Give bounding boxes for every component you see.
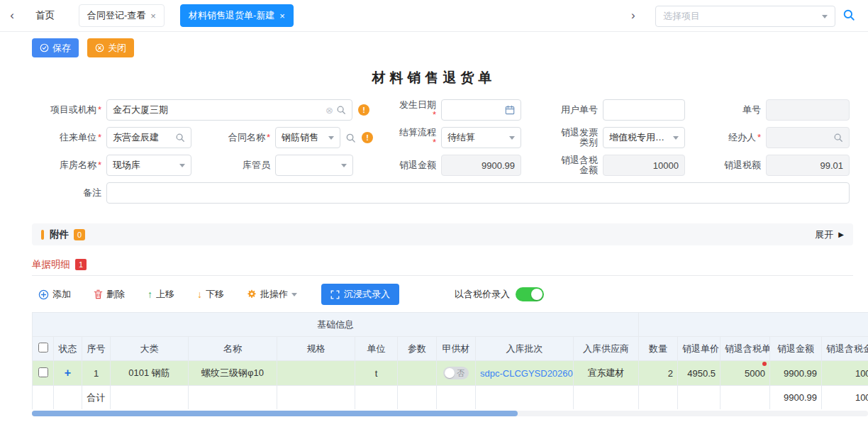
- circle-check-icon: [40, 43, 49, 52]
- row-supplier-cell[interactable]: 宜东建材: [574, 361, 639, 386]
- clear-icon[interactable]: ⊗: [326, 106, 333, 115]
- invoice-type-select[interactable]: 增值税专用发票: [603, 127, 685, 148]
- row-seq-cell: 1: [82, 361, 111, 386]
- close-icon[interactable]: ×: [279, 11, 285, 21]
- field-invoice-type: 销退发票类别 增值税专用发票: [559, 127, 685, 148]
- tab-home[interactable]: 首页: [35, 9, 55, 22]
- search-icon[interactable]: [842, 9, 855, 23]
- invoice-type-label: 销退发票类别: [559, 128, 603, 148]
- info-icon[interactable]: !: [362, 132, 373, 143]
- table-row[interactable]: + 1 0101 钢筋 螺纹三级钢φ10 t 否 sdpc-CLCGYSD202…: [33, 361, 868, 386]
- row-select-cell: [33, 361, 54, 386]
- warehouse-select[interactable]: 现场库: [106, 155, 191, 176]
- handler-input[interactable]: [766, 127, 850, 148]
- expand-button[interactable]: 展开 ▶: [815, 228, 844, 241]
- warehouse-value: 现场库: [113, 159, 177, 172]
- project-input[interactable]: ⊗: [106, 99, 352, 121]
- expand-label: 展开: [815, 228, 833, 241]
- search-icon[interactable]: [336, 105, 346, 115]
- counterparty-value[interactable]: [113, 133, 172, 143]
- total-empty-cell: [720, 386, 770, 410]
- attachment-count-badge: 0: [74, 229, 85, 240]
- group-header-basic: 基础信息: [33, 313, 639, 337]
- user-no-value[interactable]: [609, 105, 679, 116]
- total-empty-cell: [54, 386, 82, 410]
- delete-row-button[interactable]: 删除: [89, 287, 129, 301]
- material-sales-return-page: ‹ 首页 合同登记-查看 × 材料销售退货单-新建 × › 选择项目 保存 关闭…: [0, 0, 868, 422]
- field-doc-no: 单号: [723, 99, 850, 121]
- calendar-icon[interactable]: [505, 105, 515, 115]
- col-batch: 入库批次: [476, 337, 574, 361]
- trash-icon: [94, 289, 103, 299]
- status-add-icon[interactable]: +: [65, 367, 71, 379]
- save-button[interactable]: 保存: [32, 38, 79, 57]
- row-param-cell[interactable]: [398, 361, 437, 386]
- row-qty-cell[interactable]: 2: [639, 361, 678, 386]
- close-button[interactable]: 关闭: [87, 38, 134, 57]
- col-name: 名称: [189, 337, 277, 361]
- tab-detail-lines[interactable]: 单据明细 1: [32, 252, 87, 276]
- select-all-checkbox[interactable]: [38, 343, 48, 352]
- search-icon[interactable]: [833, 133, 843, 143]
- close-icon[interactable]: ×: [150, 11, 156, 21]
- project-value[interactable]: [113, 105, 323, 116]
- row-checkbox[interactable]: [38, 367, 48, 377]
- remark-label: 备注: [32, 188, 106, 198]
- info-icon[interactable]: !: [358, 104, 369, 116]
- immersive-entry-button[interactable]: 沉浸式录入: [321, 284, 399, 305]
- amount-label: 销退金额: [396, 160, 441, 170]
- horizontal-scrollbar[interactable]: [32, 411, 868, 416]
- field-remark: 备注: [32, 182, 850, 204]
- add-row-button[interactable]: 添加: [34, 287, 75, 301]
- doc-no-input: [766, 99, 850, 121]
- scrollbar-thumb[interactable]: [32, 411, 518, 416]
- row-price-cell[interactable]: 4950.5: [678, 361, 720, 386]
- date-label: 发生日期: [396, 100, 441, 120]
- batch-link[interactable]: sdpc-CLCGYSD2026010: [480, 368, 574, 379]
- keeper-select[interactable]: [275, 155, 353, 176]
- user-no-input[interactable]: [603, 99, 685, 121]
- owner-supplied-toggle[interactable]: 否: [443, 367, 469, 379]
- date-input[interactable]: [441, 99, 521, 121]
- tab-material-return-new[interactable]: 材料销售退货单-新建 ×: [180, 4, 294, 27]
- settlement-select[interactable]: 待结算: [441, 127, 521, 148]
- chevron-left-icon[interactable]: ‹: [0, 9, 24, 23]
- move-up-button[interactable]: ↑ 上移: [143, 287, 179, 301]
- remark-input[interactable]: [106, 182, 850, 204]
- attachment-bar[interactable]: 附件 0 展开 ▶: [32, 223, 853, 245]
- row-amount-tax-cell[interactable]: 10000: [822, 361, 868, 386]
- batch-operation-button[interactable]: 批操作: [243, 287, 301, 301]
- total-amount-tax-cell: 10000: [822, 386, 868, 410]
- row-name-cell[interactable]: 螺纹三级钢φ10: [189, 361, 277, 386]
- search-icon[interactable]: [345, 133, 356, 143]
- field-tax: 销退税额 99.01: [723, 155, 850, 176]
- chevron-down-icon: [179, 164, 185, 167]
- project-select[interactable]: 选择项目: [655, 6, 835, 27]
- search-icon[interactable]: [175, 133, 185, 143]
- project-select-placeholder: 选择项目: [663, 10, 822, 23]
- select-all-header: [33, 337, 54, 361]
- col-param: 参数: [398, 337, 437, 361]
- contract-select[interactable]: 钢筋销售: [275, 127, 340, 148]
- tab-contract-view[interactable]: 合同登记-查看 ×: [79, 4, 165, 27]
- remark-value[interactable]: [113, 188, 843, 199]
- row-unit-cell[interactable]: t: [355, 361, 398, 386]
- row-spec-cell[interactable]: [277, 361, 355, 386]
- field-handler: 经办人: [723, 127, 850, 148]
- amount-tax-input: 10000: [603, 155, 685, 176]
- counterparty-input[interactable]: [106, 127, 191, 148]
- chevron-down-icon: [291, 293, 297, 296]
- field-project: 项目或机构 ⊗ !: [32, 99, 369, 121]
- date-value[interactable]: [447, 105, 502, 116]
- tax-entry-toggle[interactable]: [516, 287, 544, 301]
- toggle-knob: [445, 368, 455, 378]
- col-price: 销退单价: [678, 337, 720, 361]
- row-category-cell[interactable]: 0101 钢筋: [111, 361, 189, 386]
- handler-label: 经办人: [723, 133, 766, 143]
- save-label: 保存: [52, 42, 71, 55]
- row-price-tax-cell[interactable]: 5000: [720, 361, 770, 386]
- contract-value: 钢筋销售: [282, 131, 326, 144]
- row-amount-cell[interactable]: 9900.99: [770, 361, 822, 386]
- move-down-button[interactable]: ↓ 下移: [193, 287, 228, 301]
- chevron-right-icon[interactable]: ›: [631, 9, 635, 23]
